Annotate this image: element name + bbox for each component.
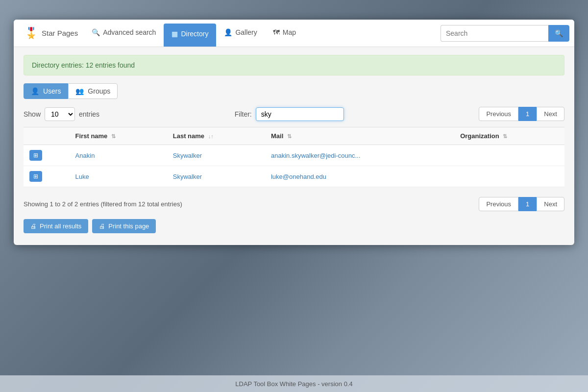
- tab-users-label: Users: [43, 87, 61, 95]
- footer-text: LDAP Tool Box White Pages - version 0.4: [235, 380, 352, 388]
- table-row: ⊞ Anakin Skywalker anakin.skywalker@jedi…: [24, 145, 564, 166]
- row-2-firstname: Luke: [70, 166, 167, 187]
- status-text: Showing 1 to 2 of 2 entries (filtered fr…: [24, 200, 182, 208]
- nav-gallery-label: Gallery: [235, 28, 257, 36]
- print-all-button[interactable]: 🖨 Print all results: [24, 219, 88, 233]
- nav-gallery[interactable]: 👤 Gallery: [216, 20, 265, 47]
- filter-area: Filter:: [235, 107, 344, 121]
- sort-org-icon: ⇅: [503, 133, 507, 139]
- tab-group: 👤 Users 👥 Groups: [24, 83, 564, 99]
- row-2-lastname: Skywalker: [167, 166, 265, 187]
- tab-groups-label: Groups: [88, 87, 110, 95]
- search-input[interactable]: [441, 25, 548, 42]
- print-page-label: Print this page: [108, 222, 149, 230]
- row-2-org: [454, 166, 564, 187]
- col-firstname[interactable]: First name ⇅: [70, 127, 167, 145]
- grid-icon: ▦: [172, 30, 178, 38]
- row-1-mail: anakin.skywalker@jedi-counc...: [265, 145, 454, 166]
- row-2-icon-button[interactable]: ⊞: [29, 171, 42, 182]
- user-icon: 👤: [31, 87, 39, 95]
- col-icon: [24, 127, 70, 145]
- search-icon: 🔍: [92, 28, 100, 36]
- tab-groups[interactable]: 👥 Groups: [68, 83, 118, 99]
- row-1-icon-cell: ⊞: [24, 145, 70, 166]
- sort-lastname-icon: ↓↑: [208, 133, 214, 139]
- nav-advanced-search-label: Advanced search: [103, 28, 156, 36]
- row-2-mail: luke@onehand.edu: [265, 166, 454, 187]
- print-area: 🖨 Print all results 🖨 Print this page: [24, 215, 564, 237]
- directory-alert: Directory entries: 12 entries found: [24, 55, 564, 75]
- sort-mail-icon: ⇅: [287, 133, 292, 139]
- print-all-label: Print all results: [40, 222, 81, 230]
- footer: LDAP Tool Box White Pages - version 0.4: [0, 375, 588, 392]
- show-entries: Show 10 25 50 100 entries: [24, 107, 99, 121]
- brand-label: Star Pages: [42, 29, 78, 37]
- nav-map[interactable]: 🗺 Map: [265, 20, 304, 47]
- prev-button-top[interactable]: Previous: [479, 107, 518, 121]
- nav-advanced-search[interactable]: 🔍 Advanced search: [84, 20, 164, 47]
- next-button-top[interactable]: Next: [537, 107, 564, 121]
- table-controls-top: Show 10 25 50 100 entries Filter: Previo…: [24, 107, 564, 121]
- row-1-firstname-link[interactable]: Anakin: [75, 152, 95, 159]
- search-button[interactable]: 🔍: [548, 25, 569, 42]
- data-table: First name ⇅ Last name ↓↑ Mail ⇅ Organiz…: [24, 127, 564, 187]
- pagination-top: Previous 1 Next: [479, 107, 564, 121]
- search-area: 🔍: [441, 20, 569, 47]
- status-bar: Showing 1 to 2 of 2 entries (filtered fr…: [24, 193, 564, 215]
- table-header-row: First name ⇅ Last name ↓↑ Mail ⇅ Organiz…: [24, 127, 564, 145]
- print-page-button[interactable]: 🖨 Print this page: [92, 219, 156, 233]
- filter-input[interactable]: [256, 107, 344, 121]
- nav-directory[interactable]: ▦ Directory: [164, 24, 216, 47]
- prev-button-bottom[interactable]: Previous: [479, 197, 518, 211]
- printer-all-icon: 🖨: [30, 222, 37, 230]
- show-select[interactable]: 10 25 50 100: [45, 107, 75, 121]
- tab-users[interactable]: 👤 Users: [24, 83, 68, 99]
- nav-directory-label: Directory: [181, 30, 208, 38]
- row-2-icon-cell: ⊞: [24, 166, 70, 187]
- map-icon: 🗺: [273, 28, 280, 36]
- nav-map-label: Map: [283, 28, 296, 36]
- row-1-mail-link[interactable]: anakin.skywalker@jedi-counc...: [271, 152, 360, 159]
- brand: 🎖️ Star Pages: [19, 20, 84, 47]
- gallery-icon: 👤: [224, 28, 232, 36]
- printer-page-icon: 🖨: [99, 222, 105, 230]
- row-2-lastname-link[interactable]: Skywalker: [173, 173, 202, 180]
- table-row: ⊞ Luke Skywalker luke@onehand.edu: [24, 166, 564, 187]
- row-1-lastname-link[interactable]: Skywalker: [173, 152, 202, 159]
- page-1-button-bottom[interactable]: 1: [518, 197, 537, 211]
- row-1-lastname: Skywalker: [167, 145, 265, 166]
- top-nav: 🎖️ Star Pages 🔍 Advanced search ▦ Direct…: [14, 20, 574, 47]
- brand-icon: 🎖️: [24, 27, 38, 40]
- pagination-bottom: Previous 1 Next: [479, 197, 564, 211]
- entries-label: entries: [79, 110, 99, 118]
- col-organization[interactable]: Organization ⇅: [454, 127, 564, 145]
- content-area: Directory entries: 12 entries found 👤 Us…: [14, 47, 574, 245]
- row-1-icon-button[interactable]: ⊞: [29, 150, 42, 161]
- next-button-bottom[interactable]: Next: [537, 197, 564, 211]
- sort-firstname-icon: ⇅: [111, 133, 116, 139]
- row-1-org: [454, 145, 564, 166]
- main-container: 🎖️ Star Pages 🔍 Advanced search ▦ Direct…: [14, 20, 574, 245]
- row-2-firstname-link[interactable]: Luke: [75, 173, 89, 180]
- page-1-button-top[interactable]: 1: [518, 107, 537, 121]
- filter-label: Filter:: [235, 110, 252, 118]
- alert-text: Directory entries: 12 entries found: [32, 61, 135, 69]
- groups-icon: 👥: [75, 87, 84, 95]
- row-1-firstname: Anakin: [70, 145, 167, 166]
- row-2-mail-link[interactable]: luke@onehand.edu: [271, 173, 326, 180]
- col-lastname[interactable]: Last name ↓↑: [167, 127, 265, 145]
- show-label: Show: [24, 110, 41, 118]
- col-mail[interactable]: Mail ⇅: [265, 127, 454, 145]
